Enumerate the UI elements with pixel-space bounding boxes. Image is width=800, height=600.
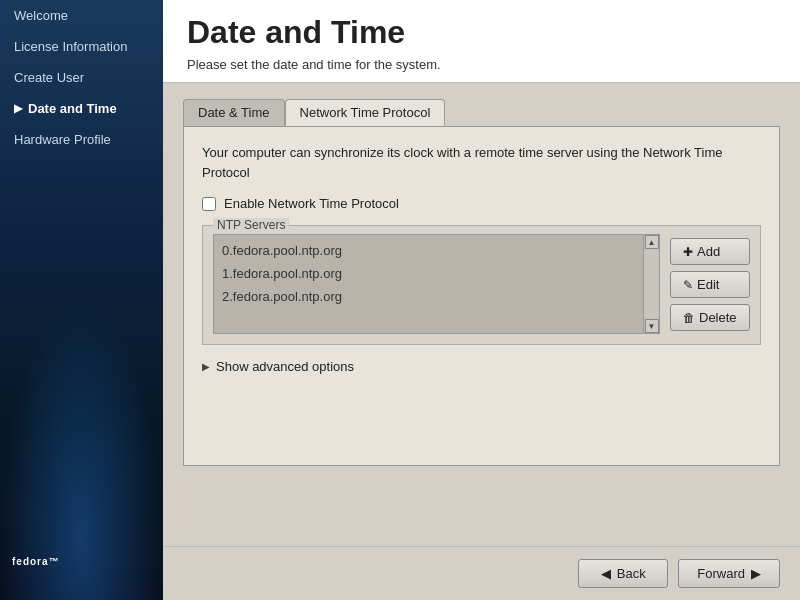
sidebar-item-label: Date and Time (28, 101, 117, 116)
back-label: Back (617, 566, 646, 581)
list-item[interactable]: 2.fedora.pool.ntp.org (214, 285, 643, 308)
page-header: Date and Time Please set the date and ti… (163, 0, 800, 83)
list-item[interactable]: 1.fedora.pool.ntp.org (214, 262, 643, 285)
delete-server-button[interactable]: 🗑 Delete (670, 304, 750, 331)
forward-arrow-icon: ▶ (751, 566, 761, 581)
edit-server-button[interactable]: ✎ Edit (670, 271, 750, 298)
sidebar-item-welcome[interactable]: Welcome (0, 0, 163, 31)
ntp-list-scrollbar[interactable]: ▲ ▼ (644, 234, 660, 334)
scroll-track (644, 249, 659, 319)
advanced-options-row[interactable]: ▶ Show advanced options (202, 359, 761, 374)
forward-label: Forward (697, 566, 745, 581)
advanced-label: Show advanced options (216, 359, 354, 374)
tab-bar: Date & Time Network Time Protocol (183, 99, 780, 126)
sidebar-item-create-user[interactable]: Create User (0, 62, 163, 93)
delete-icon: 🗑 (683, 311, 695, 325)
sidebar-item-label: Welcome (14, 8, 68, 23)
enable-ntp-row: Enable Network Time Protocol (202, 196, 761, 211)
ntp-action-buttons: ✚ Add ✎ Edit 🗑 Delete (670, 238, 750, 331)
active-arrow-icon: ▶ (14, 102, 22, 115)
page-title: Date and Time (187, 14, 776, 51)
tab-ntp[interactable]: Network Time Protocol (285, 99, 446, 126)
main-body: Date & Time Network Time Protocol Your c… (163, 83, 800, 546)
logo-text: fedora (12, 556, 49, 567)
scroll-up-icon[interactable]: ▲ (645, 235, 659, 249)
scroll-down-icon[interactable]: ▼ (645, 319, 659, 333)
edit-icon: ✎ (683, 278, 693, 292)
ntp-group-legend: NTP Servers (213, 218, 289, 232)
sidebar-item-date-time[interactable]: ▶ Date and Time (0, 93, 163, 124)
back-arrow-icon: ◀ (601, 566, 611, 581)
forward-button[interactable]: Forward ▶ (678, 559, 780, 588)
enable-ntp-checkbox[interactable] (202, 197, 216, 211)
ntp-description: Your computer can synchronize its clock … (202, 143, 761, 182)
main-content: Date and Time Please set the date and ti… (163, 0, 800, 600)
footer: ◀ Back Forward ▶ (163, 546, 800, 600)
logo-tm: ™ (49, 556, 60, 567)
fedora-logo: fedora™ (12, 550, 60, 582)
edit-button-label: Edit (697, 277, 719, 292)
list-item[interactable]: 0.fedora.pool.ntp.org (214, 239, 643, 262)
ntp-server-list[interactable]: 0.fedora.pool.ntp.org 1.fedora.pool.ntp.… (213, 234, 644, 334)
back-button[interactable]: ◀ Back (578, 559, 668, 588)
enable-ntp-label[interactable]: Enable Network Time Protocol (224, 196, 399, 211)
tab-date-time[interactable]: Date & Time (183, 99, 285, 126)
sidebar-item-license[interactable]: License Information (0, 31, 163, 62)
add-icon: ✚ (683, 245, 693, 259)
page-subtitle: Please set the date and time for the sys… (187, 57, 776, 72)
sidebar-item-label: License Information (14, 39, 127, 54)
sidebar-item-hardware-profile[interactable]: Hardware Profile (0, 124, 163, 155)
add-server-button[interactable]: ✚ Add (670, 238, 750, 265)
sidebar-nav: Welcome License Information Create User … (0, 0, 163, 155)
ntp-servers-group: NTP Servers 0.fedora.pool.ntp.org 1.fedo… (202, 225, 761, 345)
add-button-label: Add (697, 244, 720, 259)
tab-content-ntp: Your computer can synchronize its clock … (183, 126, 780, 466)
advanced-arrow-icon: ▶ (202, 361, 210, 372)
sidebar: Welcome License Information Create User … (0, 0, 163, 600)
sidebar-item-label: Hardware Profile (14, 132, 111, 147)
delete-button-label: Delete (699, 310, 737, 325)
sidebar-item-label: Create User (14, 70, 84, 85)
ntp-list-container: 0.fedora.pool.ntp.org 1.fedora.pool.ntp.… (213, 234, 660, 334)
